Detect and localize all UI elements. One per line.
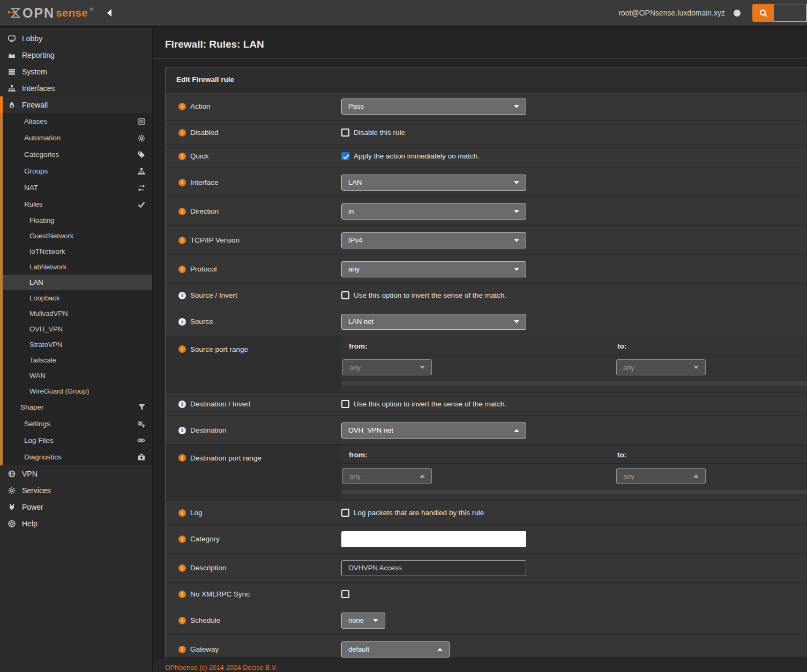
sidebar-item-mullvadvpn[interactable]: MullvadVPN xyxy=(0,306,152,321)
category-input[interactable] xyxy=(341,531,526,547)
search-input[interactable] xyxy=(774,4,807,22)
info-icon[interactable] xyxy=(178,318,186,326)
sidebar-item-vpn[interactable]: VPN xyxy=(0,465,152,482)
exchange-icon xyxy=(138,184,145,192)
sidebar-item-tailscale[interactable]: Tailscale xyxy=(0,352,152,368)
top-navbar: OPNsense® root@OPNsense.luxdomain.xyz xyxy=(0,0,807,27)
source-select[interactable]: LAN net xyxy=(341,314,526,330)
checkbox-label: Apply the action immediately on match. xyxy=(354,152,480,160)
gateway-select[interactable]: default xyxy=(341,641,450,658)
source-port-from-select[interactable]: any xyxy=(342,359,432,375)
info-icon[interactable] xyxy=(178,103,186,110)
chevron-up-icon xyxy=(420,474,425,478)
log-checkbox[interactable] xyxy=(341,509,349,517)
info-icon[interactable] xyxy=(178,266,186,273)
info-icon[interactable] xyxy=(178,646,186,653)
tcpip-version-select[interactable]: IPv4 xyxy=(341,232,526,248)
sidebar-item-guestnetwork[interactable]: GuestNetwork xyxy=(0,228,152,244)
horizontal-scrollbar[interactable] xyxy=(341,490,807,494)
info-icon[interactable] xyxy=(178,345,186,353)
sidebar-item-log-files[interactable]: Log Files xyxy=(0,432,152,449)
field-label: TCP/IP Version xyxy=(190,236,240,244)
info-icon[interactable] xyxy=(178,208,186,215)
interface-select[interactable]: LAN xyxy=(341,175,526,191)
sidebar-item-wireguard-group[interactable]: WireGuard (Group) xyxy=(0,383,152,399)
sidebar-item-services[interactable]: Services xyxy=(0,482,152,499)
info-icon[interactable] xyxy=(178,617,186,624)
description-input[interactable] xyxy=(341,560,526,576)
sidebar-item-shaper[interactable]: Shaper xyxy=(0,399,152,416)
sidebar-item-power[interactable]: Power xyxy=(0,499,152,515)
globe-icon xyxy=(7,470,17,478)
search-button[interactable] xyxy=(752,4,774,22)
source-port-range-row: Source port range from: to: any any xyxy=(166,336,807,392)
info-icon[interactable] xyxy=(178,129,186,137)
info-icon[interactable] xyxy=(178,591,186,598)
protocol-select[interactable]: any xyxy=(341,261,526,277)
info-icon[interactable] xyxy=(178,179,186,186)
schedule-select[interactable]: none xyxy=(341,613,385,629)
sidebar-item-lan[interactable]: LAN xyxy=(0,275,152,290)
sidebar-item-labnetwork[interactable]: LabNetwork xyxy=(0,259,152,275)
destination-invert-row: Destination / Invert Use this option to … xyxy=(166,392,807,416)
destination-port-from-select[interactable]: any xyxy=(342,468,432,484)
info-icon[interactable] xyxy=(178,237,186,244)
checkbox-label: Log packets that are handled by this rul… xyxy=(354,509,484,517)
deciso-footer-link[interactable]: Deciso B.V. xyxy=(243,664,277,671)
sidebar-item-label: Services xyxy=(22,486,51,495)
sidebar-item-system[interactable]: System xyxy=(0,63,152,80)
no-xmlrpc-checkbox[interactable] xyxy=(341,590,349,598)
field-label: Destination / Invert xyxy=(190,400,251,408)
opnsense-logo[interactable]: OPNsense® xyxy=(8,5,93,21)
sidebar-item-aliases[interactable]: Aliases xyxy=(0,113,152,130)
tag-icon xyxy=(138,151,145,158)
sidebar-item-floating[interactable]: Floating xyxy=(0,213,152,228)
direction-select[interactable]: in xyxy=(341,203,526,220)
source-invert-checkbox[interactable] xyxy=(341,291,349,299)
to-label: to: xyxy=(617,342,626,350)
sidebar-item-automation[interactable]: Automation xyxy=(0,130,152,146)
sidebar-item-help[interactable]: Help xyxy=(0,515,152,532)
sidebar-item-nat[interactable]: NAT xyxy=(0,179,152,196)
field-label: No XMLRPC Sync xyxy=(190,590,250,598)
sidebar-item-stratovpn[interactable]: StratoVPN xyxy=(0,337,152,352)
info-icon[interactable] xyxy=(178,427,186,434)
destination-port-to-select[interactable]: any xyxy=(616,468,706,484)
sidebar-collapse-chevron-icon[interactable] xyxy=(107,9,111,17)
selected-value: any xyxy=(623,364,634,372)
destination-select[interactable]: OVH_VPN net xyxy=(341,422,526,439)
page-footer: OPNsense (c) 2014-2024 Deciso B.V. xyxy=(153,658,807,672)
info-icon[interactable] xyxy=(178,292,186,299)
sidebar-item-reporting[interactable]: Reporting xyxy=(0,47,152,63)
sidebar-item-settings[interactable]: Settings xyxy=(0,416,152,432)
sidebar-item-groups[interactable]: Groups xyxy=(0,163,152,179)
quick-checkbox[interactable] xyxy=(341,152,349,160)
sidebar-item-categories[interactable]: Categories xyxy=(0,146,152,163)
selected-value: any xyxy=(349,472,361,480)
info-icon[interactable] xyxy=(178,509,186,517)
life-ring-icon xyxy=(7,520,17,527)
disabled-checkbox[interactable] xyxy=(341,129,349,137)
info-icon[interactable] xyxy=(178,454,186,462)
info-icon[interactable] xyxy=(178,535,186,543)
info-icon[interactable] xyxy=(178,401,186,408)
sidebar-item-wan[interactable]: WAN xyxy=(0,368,152,383)
sidebar-item-interfaces[interactable]: Interfaces xyxy=(0,80,152,96)
source-row: Source LAN net xyxy=(166,307,807,336)
sidebar-item-loopback[interactable]: Loopback xyxy=(0,290,152,306)
info-icon[interactable] xyxy=(178,153,186,160)
firewall-section: Firewall Aliases Automation Categories G… xyxy=(0,96,152,465)
action-select[interactable]: Pass xyxy=(341,99,526,115)
sidebar-item-ovh-vpn[interactable]: OVH_VPN xyxy=(0,321,152,337)
horizontal-scrollbar[interactable] xyxy=(341,381,807,386)
sidebar-item-firewall[interactable]: Firewall xyxy=(0,96,152,113)
sidebar-item-rules[interactable]: Rules xyxy=(0,196,152,213)
destination-invert-checkbox[interactable] xyxy=(341,400,349,408)
sidebar-item-iotnetwork[interactable]: IoTNetwork xyxy=(0,244,152,259)
chevron-up-icon xyxy=(693,474,699,478)
opnsense-footer-link[interactable]: OPNsense xyxy=(165,664,197,671)
sidebar-item-diagnostics[interactable]: Diagnostics xyxy=(0,449,152,465)
sidebar-item-lobby[interactable]: Lobby xyxy=(0,30,152,47)
info-icon[interactable] xyxy=(178,564,186,572)
source-port-to-select[interactable]: any xyxy=(616,359,706,375)
